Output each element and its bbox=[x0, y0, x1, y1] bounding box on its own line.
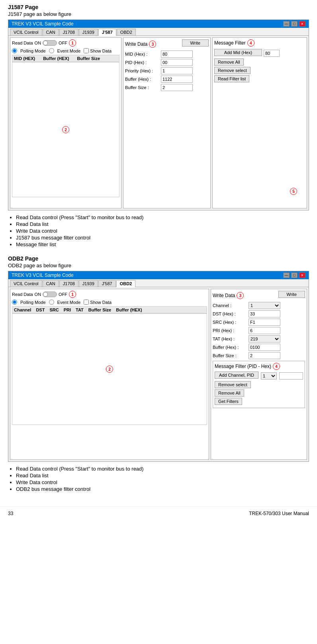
j1587-pid-input[interactable] bbox=[161, 59, 193, 66]
odb2-src-label: SRC (Hex) : bbox=[213, 320, 249, 325]
j1587-toggle[interactable] bbox=[43, 40, 57, 46]
j1587-mode-row: Polling Mode Event Mode Show Data bbox=[12, 48, 119, 53]
j1587-off-label: OFF bbox=[59, 41, 67, 45]
odb2-add-pid-input[interactable] bbox=[279, 372, 303, 379]
odb2-channel-select[interactable]: 1 2 bbox=[249, 302, 280, 309]
odb2-tat-select[interactable]: 219 bbox=[249, 335, 280, 342]
odb2-dst-row: DST (Hex) : bbox=[213, 310, 305, 317]
tab-vcil-control[interactable]: VCIL Control bbox=[10, 29, 42, 35]
j1587-window-body: Read Data ON OFF 1 Polling Mode Event Mo… bbox=[8, 36, 309, 210]
odb2-maximize-button[interactable]: □ bbox=[291, 272, 297, 278]
j1587-window: TREK V3 VCIL Sample Code — □ ✕ VCIL Cont… bbox=[8, 19, 309, 210]
j1587-show-data-checkbox[interactable] bbox=[84, 48, 89, 53]
j1587-mid-input[interactable] bbox=[161, 51, 193, 58]
j1587-buffer-label: Buffer (Hex) : bbox=[125, 77, 161, 82]
j1587-left-panel: Read Data ON OFF 1 Polling Mode Event Mo… bbox=[10, 37, 121, 208]
odb2-dst-input[interactable] bbox=[249, 310, 280, 317]
odb2-event-label: Event Mode bbox=[57, 300, 81, 305]
odb2-bullet-list: Read Data control (Press "Start" to moni… bbox=[16, 466, 309, 492]
j1587-mid-row: MID (Hex) : bbox=[125, 51, 209, 58]
odb2-toggle[interactable] bbox=[43, 292, 57, 297]
odb2-remove-all-button[interactable]: Remove All bbox=[215, 389, 244, 397]
odb2-pri-input[interactable] bbox=[249, 327, 280, 334]
j1587-buffer-input[interactable] bbox=[161, 76, 193, 83]
footer-product: TREK-570/303 User Manual bbox=[249, 511, 309, 516]
odb2-bufsize-label: Buffer Size : bbox=[213, 353, 249, 358]
j1587-bufsize-input[interactable] bbox=[161, 84, 193, 91]
odb2-polling-radio[interactable] bbox=[12, 300, 17, 305]
odb2-window: TREK V3 VCIL Sample Code — □ ✕ VCIL Cont… bbox=[8, 271, 309, 462]
close-button[interactable]: ✕ bbox=[299, 21, 305, 27]
odb2-badge-2: 2 bbox=[106, 366, 113, 373]
odb2-badge-3: 3 bbox=[237, 292, 244, 299]
odb2-remove-select-button[interactable]: Remove select bbox=[215, 381, 251, 388]
j1587-add-mid-button[interactable]: Add Mid (Hex) bbox=[214, 49, 262, 56]
j1587-buffer-row: Buffer (Hex) : bbox=[125, 76, 209, 83]
odb2-col-pri: PRI bbox=[64, 307, 71, 312]
odb2-window-title: TREK V3 VCIL Sample Code bbox=[12, 272, 74, 278]
j1587-write-button[interactable]: Write bbox=[182, 39, 209, 47]
j1587-subheading: J1587 page as below figure bbox=[8, 11, 309, 17]
tab-j1939[interactable]: J1939 bbox=[79, 29, 98, 35]
odb2-show-data-label: Show Data bbox=[90, 300, 112, 305]
odb2-show-data-checkbox[interactable] bbox=[84, 300, 89, 305]
minimize-button[interactable]: — bbox=[283, 21, 290, 27]
odb2-tab-obd2[interactable]: OBD2 bbox=[116, 280, 136, 287]
odb2-title: ODB2 Page bbox=[8, 255, 309, 262]
j1587-priority-input[interactable] bbox=[161, 67, 193, 74]
odb2-bullet-2: Read Data list bbox=[16, 473, 309, 479]
tab-obd2[interactable]: OBD2 bbox=[117, 29, 136, 35]
j1587-write-data-row: Write Data 3 Write bbox=[125, 39, 209, 49]
odb2-bufsize-input[interactable] bbox=[249, 352, 280, 359]
j1587-show-data-label: Show Data bbox=[90, 49, 112, 53]
odb2-tab-vcil[interactable]: VCIL Control bbox=[10, 280, 42, 287]
odb2-write-button[interactable]: Write bbox=[278, 291, 305, 298]
j1587-show-data-row: Show Data bbox=[84, 48, 112, 53]
odb2-tab-j1939[interactable]: J1939 bbox=[79, 280, 98, 287]
odb2-tab-can[interactable]: CAN bbox=[43, 280, 59, 287]
odb2-add-channel-select[interactable]: 1 bbox=[261, 372, 277, 379]
odb2-get-filters-button[interactable]: Get Filters bbox=[215, 398, 242, 405]
odb2-src-input[interactable] bbox=[249, 319, 280, 326]
j1587-pid-row: PID (Hex) : bbox=[125, 59, 209, 66]
j1587-badge-5: 5 bbox=[290, 188, 297, 195]
odb2-badge-4: 4 bbox=[273, 363, 280, 370]
odb2-write-label: Write Data bbox=[213, 293, 235, 298]
odb2-bullet-4: ODB2 bus message filter control bbox=[16, 486, 309, 492]
j1587-col-buffer: Buffer (HEX) bbox=[43, 56, 69, 61]
tab-can[interactable]: CAN bbox=[43, 29, 59, 35]
j1587-polling-radio[interactable] bbox=[12, 48, 17, 53]
j1587-event-radio[interactable] bbox=[49, 48, 54, 53]
j1587-add-mid-input[interactable] bbox=[264, 50, 280, 57]
odb2-tab-j587[interactable]: J'587 bbox=[98, 280, 116, 287]
odb2-channel-row: Channel : 1 2 bbox=[213, 302, 305, 309]
odb2-buffer-row: Buffer (Hex) : bbox=[213, 344, 305, 351]
odb2-event-radio[interactable] bbox=[49, 300, 54, 305]
j1587-col-mid: MID (HEX) bbox=[14, 56, 35, 61]
odb2-buffer-input[interactable] bbox=[249, 344, 280, 351]
j1587-bullet-list: Read Data control (Press "Start" to moni… bbox=[16, 214, 309, 247]
odb2-add-channel-button[interactable]: Add Channel, PID bbox=[215, 372, 258, 379]
odb2-table-header: Channel DST SRC PRI TAT Buffer Size Buff… bbox=[12, 306, 207, 313]
odb2-write-header: Write Data 3 Write bbox=[213, 291, 305, 300]
odb2-tab-j1708[interactable]: J1708 bbox=[59, 280, 78, 287]
odb2-buffer-label: Buffer (Hex) : bbox=[213, 345, 249, 350]
odb2-on-label: ON bbox=[35, 292, 41, 297]
odb2-dst-label: DST (Hex) : bbox=[213, 311, 249, 316]
j1587-remove-all-button[interactable]: Remove All bbox=[214, 58, 244, 66]
tab-j587[interactable]: J'587 bbox=[98, 29, 116, 36]
j1587-badge-2: 2 bbox=[62, 126, 69, 133]
odb2-bullet-3: Write Data control bbox=[16, 479, 309, 485]
odb2-window-controls: — □ ✕ bbox=[283, 272, 305, 278]
j1587-bufsize-label: Buffer Size : bbox=[125, 85, 161, 90]
odb2-minimize-button[interactable]: — bbox=[283, 272, 290, 278]
j1587-filter-label: Message Filter bbox=[214, 40, 246, 46]
odb2-close-button[interactable]: ✕ bbox=[299, 272, 305, 278]
footer: 33 TREK-570/303 User Manual bbox=[0, 506, 317, 520]
j1587-title: J1587 Page bbox=[8, 4, 309, 10]
j1587-read-filter-button[interactable]: Read Filter list bbox=[214, 75, 249, 82]
maximize-button[interactable]: □ bbox=[291, 21, 297, 27]
odb2-filter-label: Message Filter (PID - Hex) bbox=[215, 364, 271, 369]
tab-j1708[interactable]: J1708 bbox=[59, 29, 78, 35]
j1587-remove-select-button[interactable]: Remove select bbox=[214, 67, 250, 74]
